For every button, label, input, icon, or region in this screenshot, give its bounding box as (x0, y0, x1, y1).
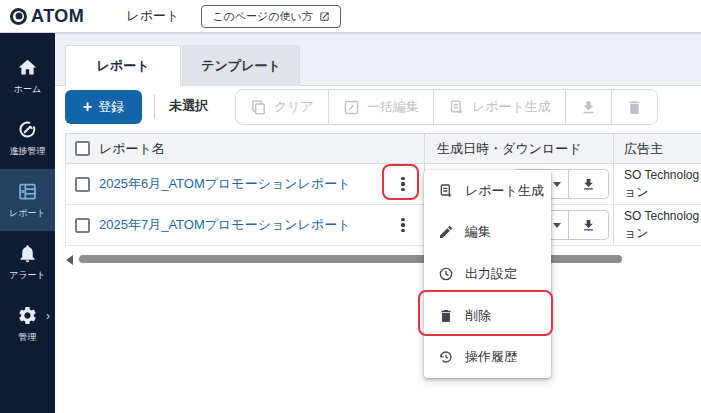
clock-icon (438, 266, 454, 282)
external-link-icon (319, 11, 330, 22)
menu-item-label: レポート生成 (465, 182, 544, 200)
home-icon (17, 57, 38, 78)
tab-template[interactable]: テンプレート (182, 45, 300, 86)
download-icon (581, 218, 596, 233)
sidebar-item-label: 管理 (19, 331, 37, 344)
sidebar-item-progress[interactable]: 進捗管理 (0, 107, 55, 169)
sidebar-item-report[interactable]: レポート (0, 169, 55, 231)
download-icon (580, 99, 597, 116)
sidebar-item-label: レポート (9, 207, 46, 220)
sidebar-item-admin[interactable]: › 管理 (0, 293, 55, 355)
gear-icon (17, 305, 38, 326)
menu-item-output-settings[interactable]: 出力設定 (424, 253, 551, 295)
tab-report[interactable]: レポート (65, 45, 181, 86)
row-context-menu: レポート生成 編集 出力設定 削除 操作履歴 (424, 170, 551, 378)
bulk-edit-button[interactable]: 一括編集 (328, 90, 433, 124)
generate-report-button-label: レポート生成 (472, 98, 551, 116)
row-menu-kebab-icon[interactable] (392, 212, 414, 238)
row-download-button[interactable] (568, 211, 608, 239)
bulk-download-button[interactable] (565, 90, 611, 124)
table-header-row: レポート名 生成日時・ダウンロード 広告主 (65, 133, 701, 164)
main-content: レポート テンプレート + 登録 未選択 クリア 一括編集 レポート生成 (55, 33, 701, 413)
help-button-label: このページの使い方 (212, 9, 313, 24)
doc-plus-icon (448, 99, 465, 116)
menu-item-label: 編集 (465, 223, 491, 241)
menu-item-label: 削除 (465, 307, 491, 325)
page-title: レポート (126, 7, 179, 25)
hscroll-left-arrow-icon[interactable] (66, 255, 73, 265)
report-table: レポート名 生成日時・ダウンロード 広告主 2025年6月_ATOMプロモーショ… (65, 133, 701, 247)
report-name-link[interactable]: 2025年6月_ATOMプロモーションレポート (99, 175, 350, 193)
menu-item-delete[interactable]: 削除 (424, 295, 551, 337)
trash-icon (626, 99, 643, 116)
generate-report-button[interactable]: レポート生成 (433, 90, 565, 124)
chevron-right-icon: › (46, 309, 50, 323)
column-header-generated[interactable]: 生成日時・ダウンロード (424, 134, 613, 163)
atom-logo-icon (10, 8, 27, 25)
menu-item-generate-report[interactable]: レポート生成 (424, 170, 551, 212)
register-button[interactable]: + 登録 (65, 90, 142, 124)
table-row: 2025年7月_ATOMプロモーションレポート SO T (65, 205, 701, 246)
row-checkbox[interactable] (75, 218, 90, 233)
row-download-button[interactable] (568, 170, 608, 198)
sidebar-item-alert[interactable]: アラート (0, 231, 55, 293)
plus-icon: + (83, 99, 92, 115)
report-name-link[interactable]: 2025年7月_ATOMプロモーションレポート (99, 216, 350, 234)
page-help-button[interactable]: このページの使い方 (201, 5, 341, 28)
menu-item-edit[interactable]: 編集 (424, 212, 551, 254)
sidebar-item-label: ホーム (14, 83, 41, 96)
sidebar-item-home[interactable]: ホーム (0, 45, 55, 107)
select-all-checkbox[interactable] (75, 141, 90, 156)
clear-button-label: クリア (274, 98, 314, 116)
register-button-label: 登録 (98, 98, 124, 116)
toolbar-divider (154, 95, 155, 119)
advertiser-name: SO Technolog ョン (624, 208, 699, 242)
table-row: 2025年6月_ATOMプロモーションレポート SO T (65, 164, 701, 205)
advertiser-name: SO Technolog ョン (624, 167, 699, 201)
copy-icon (250, 99, 267, 116)
sidebar-item-label: 進捗管理 (10, 145, 46, 158)
row-menu-kebab-icon[interactable] (392, 171, 414, 197)
row-checkbox[interactable] (75, 177, 90, 192)
column-header-report-name[interactable]: レポート名 (99, 140, 424, 158)
bulk-action-group: クリア 一括編集 レポート生成 (235, 89, 658, 125)
report-icon (17, 181, 38, 202)
clear-button[interactable]: クリア (236, 90, 328, 124)
atom-logo-text: ATOM (31, 6, 84, 27)
menu-item-history[interactable]: 操作履歴 (424, 336, 551, 378)
bell-icon (17, 243, 38, 264)
selection-status: 未選択 (169, 97, 208, 115)
bulk-edit-button-label: 一括編集 (367, 98, 419, 116)
chevron-down-icon (553, 223, 561, 228)
download-icon (581, 177, 596, 192)
menu-item-label: 出力設定 (465, 265, 517, 283)
bulk-delete-button[interactable] (611, 90, 657, 124)
history-icon (438, 349, 454, 365)
doc-plus-icon (438, 183, 454, 199)
atom-logo: ATOM (10, 6, 84, 27)
chevron-down-icon (553, 182, 561, 187)
column-header-advertiser[interactable]: 広告主 (613, 134, 701, 163)
sidebar-item-label: アラート (9, 269, 46, 282)
trash-icon (438, 308, 454, 324)
app-root: ATOM レポート このページの使い方 ホーム 進捗管理 レポート アラート ›… (0, 0, 701, 413)
pencil-icon (438, 224, 454, 240)
sidebar-nav: ホーム 進捗管理 レポート アラート › 管理 (0, 33, 55, 413)
edit-box-icon (343, 99, 360, 116)
menu-item-label: 操作履歴 (465, 348, 517, 366)
app-header: ATOM レポート このページの使い方 (0, 0, 701, 33)
progress-icon (17, 119, 38, 140)
